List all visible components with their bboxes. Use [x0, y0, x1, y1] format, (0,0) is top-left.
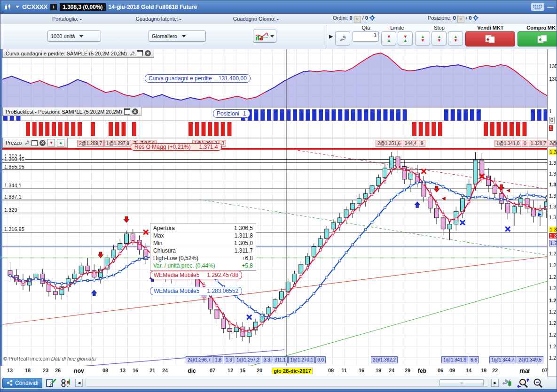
chart-canvas[interactable]	[2, 49, 549, 376]
candle-tooltip: Apertura1.306,5Max1.311,8Min1.305,0Chius…	[150, 223, 256, 271]
positions-count-label[interactable]: Posizioni1	[213, 109, 250, 118]
axis-price-label: 1.3	[549, 227, 557, 232]
bottom-bar: Condividi ◀ ≡ ▶	[0, 376, 557, 389]
units-select[interactable]: 1000 unità	[47, 31, 101, 42]
equity-panel-header[interactable]: Curva guadagni e perdite: SAMPLE (5 20,2…	[2, 49, 154, 58]
equity-curve-label[interactable]: Curva guadagni e perdite131.400,00	[145, 74, 251, 83]
positions-gear-icon[interactable]	[473, 15, 479, 21]
positions-close-icon[interactable]: ✕	[457, 16, 464, 23]
timeframe-select[interactable]: Giornaliero	[149, 31, 206, 42]
account-bar: Portafoglio: - Guadagno latente: - Guada…	[0, 14, 557, 24]
price-panel-header[interactable]: Prezzo ✕ ▼ ▲	[2, 138, 68, 148]
axis-price-label: 1.3	[549, 182, 556, 187]
title-bar: GCXXXX i 1.308,3 (0,00%) 14-giu-2018 Gol…	[0, 0, 557, 14]
scrollbar-thumb[interactable]: ≡	[439, 379, 484, 386]
time-axis-tick: 16	[359, 368, 364, 373]
horizontal-scrollbar[interactable]: ≡	[86, 379, 488, 387]
chart-settings-wrench-icon[interactable]	[502, 378, 514, 388]
limit-buy-order-button[interactable]: ▼▲	[381, 31, 396, 46]
axis-price-label: 1.3	[549, 149, 557, 155]
order-panel: ▶ Qtà 1 Limite ▼▲ ▼▲ Stop ▲▼ ▲▼	[327, 25, 533, 48]
share-button[interactable]: Condividi	[2, 378, 42, 388]
trade-exit-label: 1,3	[224, 356, 234, 363]
close-icon[interactable]: ✕	[132, 108, 138, 115]
trade-exit-label: 6,6	[469, 356, 479, 363]
trade-exit-label: 1@1.341,96,6	[441, 356, 479, 363]
wrench-icon[interactable]	[24, 140, 30, 146]
close-icon[interactable]: ✕	[39, 140, 46, 146]
link-windows-icon[interactable]	[60, 378, 72, 388]
trade-entry-label: 1.328,7	[529, 140, 548, 147]
trade-exit-label: 2@1.362,2	[371, 356, 398, 363]
window-icon[interactable]	[31, 140, 38, 146]
price-level-label: 1.355,95	[3, 164, 25, 169]
axis-price-label: 1	[549, 125, 553, 131]
axis-price-label: 1.3	[549, 204, 556, 209]
time-axis-tick: 18	[25, 368, 31, 373]
time-axis-tick: 21	[149, 368, 155, 373]
symbol-dropdown-caret[interactable]	[16, 6, 19, 8]
trade-exit-label: 2@1.296,7	[186, 356, 212, 363]
trade-entry-label: 2@1.289,7	[77, 140, 104, 147]
screenshot-tool-icon[interactable]	[45, 378, 57, 388]
scroll-left-arrow[interactable]: ◀	[75, 379, 83, 387]
axis-price-label: 1.3	[549, 215, 556, 220]
axis-price-label: 1.2	[549, 309, 556, 315]
trade-exit-label: 1@1.297,2	[235, 356, 261, 363]
positions-panel-header[interactable]: ProBacktest - Posizioni: SAMPLE (5 20,2M…	[2, 108, 141, 116]
price-level-label: 1.360,45	[3, 156, 25, 162]
window-icon[interactable]	[124, 108, 130, 115]
axis-price-label: 1.3	[549, 160, 556, 166]
order-settings-wrench-icon[interactable]	[335, 31, 350, 46]
axis-price-label: 1.2	[549, 274, 556, 280]
minimize-button[interactable]: —	[547, 3, 554, 11]
time-axis-tick: 24	[162, 368, 168, 373]
stop-sell-order-button[interactable]: ▲▼	[431, 31, 447, 46]
indicator-label: WEMedia Mobile51.292,45788	[150, 271, 242, 279]
axis-price-label: 1	[549, 108, 552, 114]
sell-arrow-icon[interactable]: ▼	[47, 139, 55, 146]
stop-trailing-order-button[interactable]: ▲▼	[448, 31, 463, 46]
right-price-axis[interactable]: 1351301011.31.31.31.31.31.31.31.31.31.21…	[547, 49, 557, 376]
qty-group: Qtà 1	[353, 25, 379, 42]
orders-field: Ordini: 0 ✕ / 0	[333, 15, 376, 23]
time-axis[interactable]: 13182326nov0813162124dic07121520gio 28-d…	[0, 366, 547, 377]
info-icon[interactable]: i	[50, 4, 57, 10]
axis-price-label: 130	[549, 76, 557, 82]
price-badge: 1.308,3 (0,00%)	[60, 3, 105, 11]
zoom-tool-icon[interactable]	[517, 378, 529, 388]
chart-type-button[interactable]	[253, 30, 276, 43]
symbol-label: GCXXXX	[22, 3, 47, 10]
buy-group: Compra MKT	[518, 25, 557, 46]
chart-toolbar: 1000 unità Giornaliero ▶ Qtà 1 Limite ▼▲…	[0, 24, 557, 50]
zoom-out-icon[interactable]	[532, 378, 544, 388]
time-axis-tick: 19	[481, 368, 486, 373]
time-axis-tick: 16	[133, 368, 138, 373]
orders-cancel-icon[interactable]: ✕	[354, 16, 361, 23]
axis-price-label: 1.2	[549, 298, 556, 303]
resistance-label[interactable]: Res O Magg (+0,21%)1.371,4	[131, 143, 222, 151]
scroll-right-arrow[interactable]: ▶	[491, 379, 499, 387]
axis-price-label: 1.2	[549, 285, 556, 291]
close-icon[interactable]: ✕	[145, 50, 151, 56]
trade-entry-label: 0	[522, 140, 528, 147]
qty-input[interactable]: 1	[353, 31, 379, 42]
stop-group: Stop ▲▼ ▲▼ ▲▼	[415, 25, 463, 46]
buy-market-button[interactable]	[518, 31, 557, 46]
sell-market-button[interactable]	[465, 31, 515, 46]
time-axis-tick: gio 28-dic-2017	[272, 368, 313, 374]
time-axis-tick: 24	[389, 368, 394, 373]
trade-exit-label: 311,1	[273, 356, 288, 363]
trade-entry-label: 2@1.351,6344,49	[376, 140, 426, 147]
share-icon	[7, 380, 13, 386]
panel-collapse-arrow[interactable]: ▶	[329, 33, 333, 39]
trade-exit-label: 2@1.296,71,81,31@1.297,23,3311,11@1.270,…	[186, 356, 326, 363]
buy-arrow-icon[interactable]: ▲	[57, 139, 64, 146]
wrench-icon[interactable]	[129, 50, 135, 56]
limit-sell-order-button[interactable]: ▼▲	[398, 31, 413, 46]
window-icon[interactable]	[137, 50, 143, 56]
stop-buy-order-button[interactable]: ▲▼	[415, 31, 430, 46]
time-axis-tick: 11	[341, 368, 347, 373]
orders-gear-icon[interactable]	[369, 15, 376, 21]
keyboard-icon[interactable]	[531, 3, 544, 11]
